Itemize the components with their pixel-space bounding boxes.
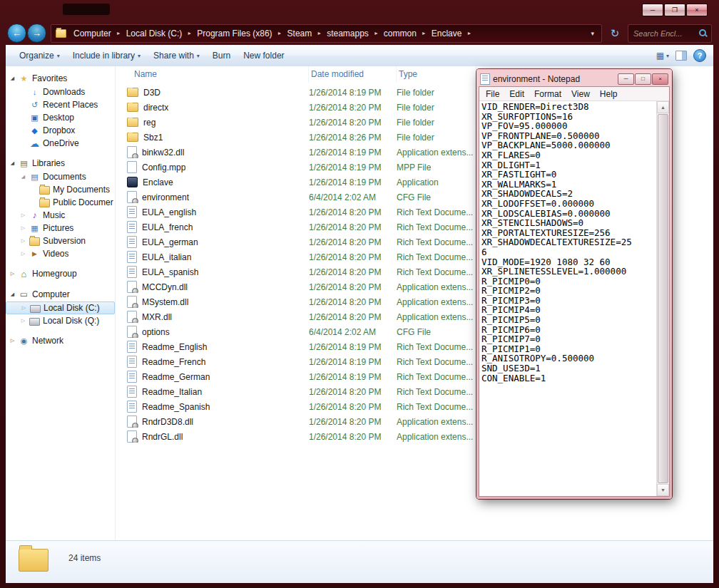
maximize-button[interactable]: ❐ <box>664 4 685 16</box>
scroll-down-button[interactable]: ▼ <box>657 484 669 496</box>
notepad-menu-bar: FileEditFormatViewHelp <box>479 87 669 101</box>
breadcrumb-separator-icon[interactable]: ► <box>116 31 122 36</box>
expander-icon[interactable]: ◢ <box>20 174 26 180</box>
change-view-button[interactable]: ▦ ▾ <box>656 51 669 61</box>
breadcrumb-item-common[interactable]: common <box>379 26 421 41</box>
window-title-area <box>63 4 110 15</box>
toolbar-button-organize[interactable]: Organize▾ <box>13 48 66 63</box>
toolbar-button-share-with[interactable]: Share with▾ <box>147 48 206 63</box>
pictures-icon <box>29 223 40 233</box>
sidebar-item-desktop[interactable]: Desktop <box>6 111 115 124</box>
sidebar-group-homegroup[interactable]: ▷Homegroup <box>6 267 115 281</box>
notepad-minimize-button[interactable]: ─ <box>618 73 634 85</box>
breadcrumb-item-program-files-x86[interactable]: Program Files (x86) <box>193 26 276 41</box>
back-button[interactable]: ← <box>7 24 26 43</box>
sidebar-item-downloads[interactable]: Downloads <box>6 86 115 98</box>
sidebar-item-subversion[interactable]: ▷Subversion <box>6 234 115 247</box>
notepad-text[interactable]: VID_RENDER=Direct3D8 XR_SURFOPTIONS=16 V… <box>481 102 656 496</box>
expander-icon[interactable]: ◢ <box>9 292 16 297</box>
toolbar-button-burn[interactable]: Burn <box>206 48 237 63</box>
toolbar-button-new-folder[interactable]: New folder <box>237 48 290 63</box>
scroll-up-button[interactable]: ▲ <box>657 101 669 113</box>
sidebar-group-computer[interactable]: ◢Computer <box>6 287 115 301</box>
breadcrumb-separator-icon[interactable]: ► <box>277 31 283 36</box>
breadcrumb-item-computer[interactable]: Computer <box>69 26 116 41</box>
forward-button[interactable]: → <box>27 24 46 43</box>
sidebar-item-public-documer[interactable]: Public Documer <box>6 196 115 209</box>
breadcrumb-separator-icon[interactable]: ► <box>316 31 322 36</box>
arrow-up-icon: ▲ <box>661 105 666 110</box>
folder-icon <box>127 103 138 112</box>
file-name: options <box>116 326 309 338</box>
favorites-icon <box>19 73 29 83</box>
breadcrumb-item-steam[interactable]: Steam <box>283 26 317 41</box>
breadcrumb-item-enclave[interactable]: Enclave <box>427 26 466 41</box>
sidebar-item-onedrive[interactable]: OneDrive <box>6 137 115 150</box>
breadcrumb-separator-icon[interactable]: ► <box>421 31 427 36</box>
views-grid-icon: ▦ <box>656 51 664 61</box>
breadcrumb-separator-icon[interactable]: ► <box>186 31 193 36</box>
column-header-date-modified[interactable]: Date modified <box>309 66 397 83</box>
sidebar-group-favorites[interactable]: ◢Favorites <box>6 71 115 86</box>
menu-help[interactable]: Help <box>595 88 623 100</box>
sidebar-item-documents[interactable]: ◢Documents <box>6 170 115 183</box>
sidebar-item-dropbox[interactable]: Dropbox <box>6 124 115 137</box>
menu-file[interactable]: File <box>481 88 504 100</box>
refresh-button[interactable]: ↻ <box>606 25 623 42</box>
title-bar[interactable]: ─ ❐ × <box>0 0 719 21</box>
sidebar-item-local-disk-q[interactable]: ▷Local Disk (Q:) <box>6 314 115 327</box>
sidebar-item-pictures[interactable]: ▷Pictures <box>6 222 115 234</box>
breadcrumb-separator-icon[interactable]: ► <box>466 31 472 36</box>
rtf-icon <box>127 236 137 248</box>
toolbar-button-include-in-library[interactable]: Include in library▾ <box>66 48 147 63</box>
menu-view[interactable]: View <box>566 88 595 100</box>
file-type: Application <box>397 177 439 187</box>
expander-icon[interactable]: ▷ <box>20 238 26 244</box>
sidebar-group-network[interactable]: ▷Network <box>6 334 115 348</box>
search-input[interactable] <box>632 29 696 38</box>
sidebar-item-my-documents[interactable]: My Documents <box>6 183 115 196</box>
recent-places-icon <box>29 100 40 110</box>
expander-icon[interactable]: ◢ <box>9 76 16 81</box>
expander-icon[interactable]: ◢ <box>9 160 16 166</box>
expander-icon[interactable]: ▷ <box>20 251 26 257</box>
file-type: Rich Text Docume... <box>397 357 473 367</box>
expander-icon[interactable]: ▷ <box>20 212 26 218</box>
notepad-title-bar[interactable]: environment - Notepad ─ □ × <box>479 71 670 86</box>
expander-icon[interactable]: ▷ <box>20 318 26 324</box>
notepad-maximize-button[interactable]: □ <box>635 73 651 85</box>
scrollbar-thumb[interactable] <box>658 114 668 483</box>
file-date-modified: 1/26/2014 8:26 PM <box>309 133 397 143</box>
file-name: Readme_Italian <box>116 386 309 398</box>
folder-icon <box>39 186 50 195</box>
breadcrumb-item-steamapps[interactable]: steamapps <box>322 26 373 41</box>
column-header-type[interactable]: Type <box>397 66 476 83</box>
expander-icon[interactable]: ▷ <box>9 271 16 277</box>
expander-icon[interactable]: ▷ <box>9 338 16 344</box>
notepad-close-button[interactable]: × <box>652 73 668 85</box>
notepad-scrollbar[interactable]: ▲ ▼ <box>656 101 669 496</box>
maximize-icon: □ <box>641 76 645 82</box>
sidebar-item-videos[interactable]: ▷Videos <box>6 247 115 260</box>
toolbar-left: Organize▾Include in library▾Share with▾B… <box>13 48 291 63</box>
sidebar-item-local-disk-c[interactable]: ▷Local Disk (C:) <box>6 301 115 314</box>
sidebar-item-music[interactable]: ▷Music <box>6 209 115 222</box>
menu-format[interactable]: Format <box>529 88 566 100</box>
preview-pane-button[interactable] <box>675 51 687 61</box>
sidebar-item-recent-places[interactable]: Recent Places <box>6 98 115 111</box>
address-bar[interactable]: Computer►Local Disk (C:)►Program Files (… <box>51 24 602 43</box>
minimize-button[interactable]: ─ <box>642 4 663 16</box>
close-icon: × <box>695 7 698 14</box>
cfg-icon <box>127 191 137 203</box>
close-button[interactable]: × <box>686 4 708 16</box>
file-date-modified: 1/26/2014 8:20 PM <box>309 252 397 262</box>
expander-icon[interactable]: ▷ <box>21 305 27 311</box>
breadcrumb-item-local-disk-c[interactable]: Local Disk (C:) <box>122 26 187 41</box>
breadcrumb-separator-icon[interactable]: ► <box>373 31 379 36</box>
column-header-name[interactable]: Name <box>116 66 309 83</box>
sidebar-group-libraries[interactable]: ◢Libraries <box>6 156 115 170</box>
address-dropdown-button[interactable]: ▾ <box>586 30 598 37</box>
help-button[interactable]: ? <box>693 49 706 62</box>
expander-icon[interactable]: ▷ <box>20 225 26 231</box>
menu-edit[interactable]: Edit <box>504 88 529 100</box>
